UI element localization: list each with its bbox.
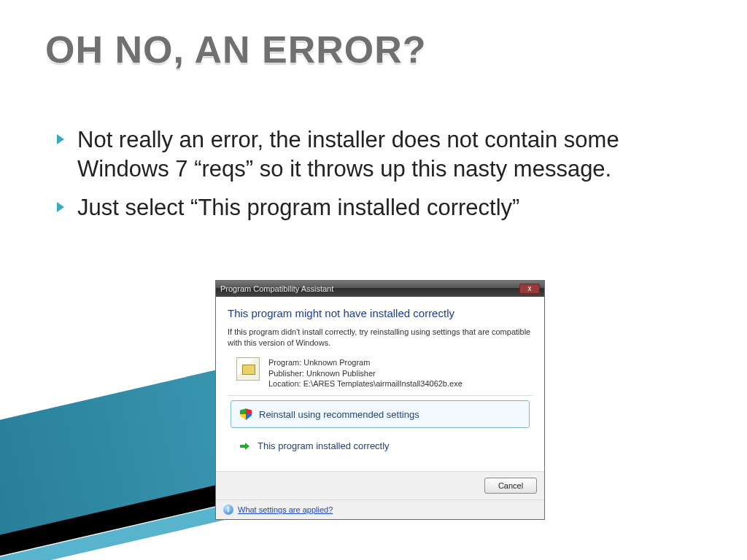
program-info: Program: Unknown Program Publisher: Unkn… <box>228 357 533 390</box>
uac-shield-icon <box>240 408 252 420</box>
installed-correctly-option[interactable]: This program installed correctly <box>231 432 530 459</box>
slide-title: OH NO, AN ERROR? <box>45 28 427 71</box>
close-button[interactable]: x <box>519 284 540 294</box>
arrow-right-icon <box>240 441 250 451</box>
cancel-button[interactable]: Cancel <box>484 478 537 494</box>
dialog-heading: This program might not have installed co… <box>228 307 533 319</box>
bullet-item: Just select “This program installed corr… <box>57 193 696 222</box>
command-list: Reinstall using recommended settings Thi… <box>228 395 533 459</box>
reinstall-recommended-option[interactable]: Reinstall using recommended settings <box>231 400 530 428</box>
program-location: Location: E:\ARES Templates\airmailInsta… <box>268 378 462 389</box>
dialog-button-row: Cancel <box>216 471 544 499</box>
bullet-triangle-icon <box>57 202 64 212</box>
dialog-message: If this program didn't install correctly… <box>228 327 533 349</box>
program-publisher: Publisher: Unknown Publisher <box>268 368 462 379</box>
dialog-window-title: Program Compatibility Assistant <box>220 284 333 293</box>
dialog-body: This program might not have installed co… <box>216 297 544 471</box>
option-label: This program installed correctly <box>258 440 390 451</box>
info-icon: i <box>223 505 233 515</box>
slide: OH NO, AN ERROR? Not really an error, th… <box>0 0 747 560</box>
help-link[interactable]: What settings are applied? <box>238 505 333 514</box>
compatibility-dialog: Program Compatibility Assistant x This p… <box>216 281 544 519</box>
close-icon: x <box>528 284 532 292</box>
bullet-triangle-icon <box>57 134 64 144</box>
bullet-text: Not really an error, the installer does … <box>77 127 619 182</box>
bullet-item: Not really an error, the installer does … <box>57 125 696 183</box>
bullet-text: Just select “This program installed corr… <box>77 195 519 220</box>
program-file-icon <box>236 357 260 381</box>
program-name: Program: Unknown Program <box>268 357 462 368</box>
dialog-footer: i What settings are applied? <box>216 499 544 519</box>
dialog-titlebar[interactable]: Program Compatibility Assistant x <box>216 281 544 297</box>
option-label: Reinstall using recommended settings <box>259 409 419 420</box>
program-text: Program: Unknown Program Publisher: Unkn… <box>268 357 462 390</box>
bullet-list: Not really an error, the installer does … <box>57 125 696 233</box>
